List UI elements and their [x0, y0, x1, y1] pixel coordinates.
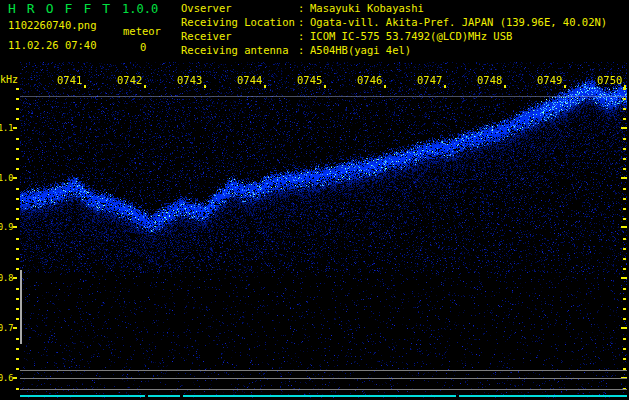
freq-minor-tick-right [623, 238, 626, 240]
freq-minor-tick [16, 198, 19, 200]
freq-minor-tick [16, 158, 19, 160]
freq-minor-tick [16, 218, 19, 220]
time-tick-label: 0746 [357, 74, 382, 86]
time-minute-tick [204, 85, 206, 88]
freq-minor-tick-right [623, 348, 626, 350]
datetime-label: 11.02.26 07:40 [8, 39, 97, 51]
time-tick-label: 0744 [237, 74, 262, 86]
info-row-observer: Ovserver:Masayuki Kobayashi [181, 1, 607, 15]
freq-minor-tick [16, 298, 19, 300]
freq-minor-tick [16, 368, 19, 370]
freq-minor-tick [16, 248, 19, 250]
time-tick-label: 0749 [537, 74, 562, 86]
time-minute-tick [444, 85, 446, 88]
freq-minor-tick-right [623, 248, 626, 250]
time-minute-tick [84, 85, 86, 88]
freq-minor-tick [16, 188, 19, 190]
freq-minor-tick-right [623, 298, 626, 300]
freq-minor-tick [16, 138, 19, 140]
time-tick-label: 0742 [117, 74, 142, 86]
meteor-count-value: 0 [140, 41, 146, 53]
time-minute-tick [564, 85, 566, 88]
info-label: Receiving antenna [181, 43, 298, 57]
time-tick-label: 0748 [477, 74, 502, 86]
freq-minor-tick [16, 108, 19, 110]
freq-major-tick [13, 127, 17, 129]
freq-minor-tick [16, 338, 19, 340]
app-title: H R O F F T [8, 1, 112, 16]
freq-major-tick-right [621, 127, 627, 129]
freq-minor-tick-right [623, 318, 626, 320]
freq-minor-tick-right [623, 218, 626, 220]
freq-minor-tick [16, 168, 19, 170]
info-value: Masayuki Kobayashi [310, 1, 424, 15]
time-tick-label: 0747 [417, 74, 442, 86]
freq-minor-tick-right [623, 208, 626, 210]
level-reference-line [20, 389, 627, 390]
freq-minor-tick [16, 258, 19, 260]
info-separator: : [298, 43, 310, 57]
freq-minor-tick [16, 208, 19, 210]
time-minute-tick [264, 85, 266, 88]
time-minute-tick [504, 85, 506, 88]
freq-tick-label: 0.7 [0, 323, 13, 333]
info-value: ICOM IC-575 53.7492(@LCD)MHz USB [310, 29, 512, 43]
freq-minor-tick-right [623, 258, 626, 260]
info-label: Receiving Location [181, 15, 298, 29]
info-separator: : [298, 29, 310, 43]
info-value: Ogata-vill. Akita-Pref. JAPAN (139.96E, … [310, 15, 607, 29]
freq-minor-tick-right [623, 268, 626, 270]
time-tick-label: 0750 [597, 74, 622, 86]
info-row-location: Receiving Location:Ogata-vill. Akita-Pre… [181, 15, 607, 29]
freq-minor-tick-right [623, 108, 626, 110]
meteor-count-label: meteor [123, 25, 161, 37]
freq-minor-tick-right [623, 188, 626, 190]
freq-tick-label: 0.9 [0, 222, 13, 232]
station-info: Ovserver:Masayuki Kobayashi Receiving Lo… [181, 1, 607, 57]
freq-minor-tick [16, 308, 19, 310]
freq-tick-label: 0.8 [0, 273, 13, 283]
freq-major-tick-right [621, 177, 627, 179]
info-separator: : [298, 1, 310, 15]
time-minute-tick [384, 85, 386, 88]
freq-major-tick [13, 226, 17, 228]
freq-tick-label: 0.6 [0, 373, 13, 383]
freq-major-tick [13, 277, 17, 279]
app-version: 1.0.0 [122, 2, 158, 16]
time-tick-label: 0741 [57, 74, 82, 86]
freq-minor-tick [16, 388, 19, 390]
freq-major-tick [13, 327, 17, 329]
freq-tick-label: 1.1 [0, 123, 13, 133]
freq-minor-tick [16, 238, 19, 240]
info-label: Receiver [181, 29, 298, 43]
info-value: A504HB(yagi 4el) [310, 43, 411, 57]
freq-minor-tick-right [623, 168, 626, 170]
freq-minor-tick-right [623, 198, 626, 200]
output-filename: 1102260740.png [8, 19, 97, 31]
counting-band-marker [20, 270, 22, 344]
freq-major-tick-right [621, 226, 627, 228]
freq-minor-tick [16, 268, 19, 270]
freq-minor-tick-right [623, 288, 626, 290]
freq-unit-label: kHz [0, 74, 18, 85]
freq-minor-tick-right [623, 118, 626, 120]
time-minute-tick [324, 85, 326, 88]
freq-minor-tick-right [623, 358, 626, 360]
info-label: Ovserver [181, 1, 298, 15]
freq-minor-tick-right [623, 148, 626, 150]
signal-level-trace [148, 395, 180, 397]
freq-minor-tick [16, 288, 19, 290]
freq-minor-tick-right [623, 338, 626, 340]
carrier-reference-line [20, 96, 627, 97]
freq-minor-tick-right [623, 158, 626, 160]
freq-major-tick-right [621, 327, 627, 329]
info-row-receiver: Receiver:ICOM IC-575 53.7492(@LCD)MHz US… [181, 29, 607, 43]
info-separator: : [298, 15, 310, 29]
freq-minor-tick [16, 318, 19, 320]
signal-level-trace [20, 395, 145, 397]
signal-level-trace [183, 395, 456, 397]
freq-major-tick-right [621, 277, 627, 279]
level-reference-line [20, 370, 627, 371]
freq-minor-tick [16, 148, 19, 150]
freq-minor-tick-right [623, 308, 626, 310]
